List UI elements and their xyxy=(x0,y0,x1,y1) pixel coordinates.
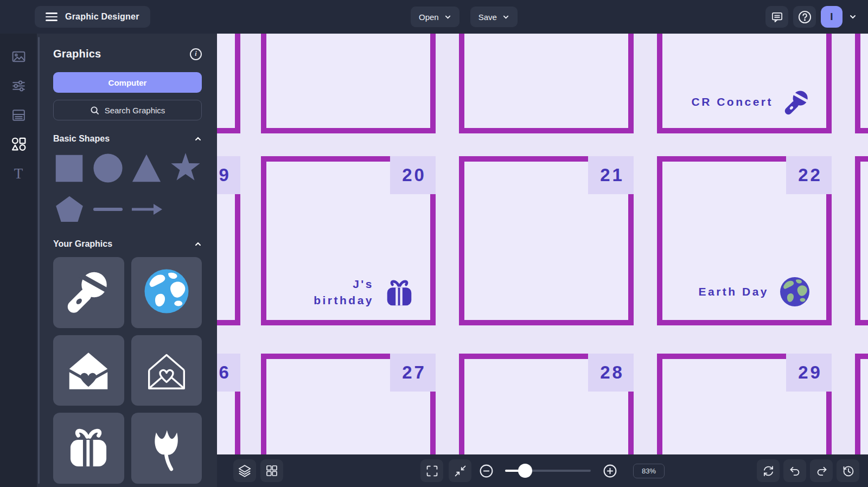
info-icon[interactable]: i xyxy=(190,48,202,60)
calendar-cell[interactable] xyxy=(855,156,868,325)
calendar-event[interactable]: CR Concert xyxy=(691,87,812,117)
graphic-tile-envelope-heart-filled[interactable] xyxy=(53,335,124,406)
shape-circle[interactable] xyxy=(92,152,124,184)
graphic-tile-microphone[interactable] xyxy=(53,257,124,328)
envelope-heart-filled-icon xyxy=(63,344,114,397)
calendar-cell-20[interactable]: 20J'sbirthday xyxy=(261,156,436,325)
calendar-cell-28[interactable]: 28 xyxy=(459,354,634,454)
basic-shapes-header[interactable]: Basic Shapes xyxy=(53,134,202,144)
app-menu-button[interactable]: Graphic Designer xyxy=(35,6,150,28)
layers-button[interactable] xyxy=(233,459,256,482)
image-icon xyxy=(11,49,27,65)
chat-icon xyxy=(770,10,784,24)
graphic-designer-app: Graphic Designer Open Save xyxy=(0,0,868,487)
shape-triangle[interactable] xyxy=(131,152,162,184)
zoom-percent: 83% xyxy=(633,464,665,478)
grid-icon xyxy=(265,464,278,477)
calendar-cell[interactable] xyxy=(217,34,240,133)
feedback-button[interactable] xyxy=(765,6,788,28)
calendar-cell-21[interactable]: 21 xyxy=(459,156,634,325)
event-gift-icon xyxy=(382,275,416,309)
fit-screen-button[interactable] xyxy=(449,459,471,482)
zoom-out-button[interactable] xyxy=(477,462,495,480)
top-right-actions: I xyxy=(765,6,858,28)
redo-button[interactable] xyxy=(810,459,833,482)
shape-star[interactable] xyxy=(169,152,202,184)
sidebar-item-images[interactable] xyxy=(8,47,29,66)
calendar-cell[interactable] xyxy=(855,34,868,133)
graphic-tile-gift-box[interactable] xyxy=(53,413,124,484)
event-microphone-icon xyxy=(782,87,812,117)
calendar-event[interactable]: Earth Day xyxy=(698,274,812,309)
date-badge[interactable]: 21 xyxy=(588,156,634,194)
shape-square[interactable] xyxy=(54,153,84,183)
gift-box-icon xyxy=(63,422,113,474)
zoom-out-icon xyxy=(478,463,494,479)
your-graphics-header[interactable]: Your Graphics xyxy=(53,239,202,249)
zoom-slider[interactable] xyxy=(505,464,591,478)
date-badge[interactable]: 28 xyxy=(588,354,634,392)
event-label: J'sbirthday xyxy=(314,276,374,309)
search-graphics-button[interactable]: Search Graphics xyxy=(53,100,202,120)
help-button[interactable] xyxy=(793,6,816,28)
calendar-cell[interactable] xyxy=(855,354,868,454)
undo-icon xyxy=(788,464,802,478)
help-icon xyxy=(797,10,812,24)
graphic-tile-tulip[interactable] xyxy=(131,413,202,484)
fullscreen-icon xyxy=(425,464,439,478)
calendar-cell-27[interactable]: 27 xyxy=(261,354,436,454)
zoom-slider-knob[interactable] xyxy=(518,464,532,478)
sidebar-item-adjustments[interactable] xyxy=(8,76,29,95)
avatar[interactable]: I xyxy=(821,6,843,28)
sliders-icon xyxy=(11,78,27,94)
top-bar: Graphic Designer Open Save xyxy=(0,0,868,34)
calendar-cell-29[interactable]: 29 xyxy=(657,354,832,454)
date-badge[interactable]: 26 xyxy=(217,354,240,392)
date-badge[interactable]: 27 xyxy=(390,354,436,392)
sidebar-item-text[interactable]: T xyxy=(8,164,29,183)
zoom-in-button[interactable] xyxy=(601,462,619,480)
calendar-cell-26[interactable]: 26 xyxy=(217,354,240,454)
calendar-cell[interactable] xyxy=(261,34,436,133)
date-badge[interactable]: 19 xyxy=(217,156,240,194)
calendar-cell-22[interactable]: 22Earth Day xyxy=(657,156,832,325)
grid-view-button[interactable] xyxy=(260,459,283,482)
fullscreen-button[interactable] xyxy=(420,459,443,482)
your-graphics-grid xyxy=(53,257,202,484)
undo-button[interactable] xyxy=(783,459,806,482)
microphone-icon xyxy=(62,265,114,319)
redo-icon xyxy=(815,464,828,478)
date-badge[interactable]: 22 xyxy=(786,156,832,194)
shapes-icon xyxy=(10,136,27,152)
app-title: Graphic Designer xyxy=(65,12,139,22)
sidebar-item-templates[interactable] xyxy=(8,105,29,125)
graphic-tile-envelope-heart-outline[interactable] xyxy=(131,335,202,406)
date-badge[interactable]: 29 xyxy=(786,354,832,392)
sync-icon xyxy=(762,464,775,478)
graphics-panel: Graphics i Computer Search Graphics Basi… xyxy=(37,34,217,487)
sync-button[interactable] xyxy=(757,459,780,482)
calendar-cell-19[interactable]: 19 xyxy=(217,156,240,325)
file-actions: Open Save xyxy=(411,7,518,27)
history-button[interactable] xyxy=(837,459,859,482)
computer-button[interactable]: Computer xyxy=(53,72,202,93)
tulip-icon xyxy=(141,421,192,475)
design-canvas[interactable]: CR Concert 1920J'sbirthday 2122Earth Day… xyxy=(217,34,868,454)
save-button[interactable]: Save xyxy=(470,7,518,27)
canvas-area: CR Concert 1920J'sbirthday 2122Earth Day… xyxy=(217,34,868,487)
date-badge[interactable]: 20 xyxy=(390,156,436,194)
calendar-cell[interactable] xyxy=(459,34,634,133)
shape-line[interactable] xyxy=(92,194,124,225)
shape-arrow[interactable] xyxy=(130,193,163,226)
envelope-heart-outline-icon xyxy=(141,344,192,397)
chevron-down-icon xyxy=(849,13,857,21)
hamburger-icon xyxy=(46,12,58,21)
sidebar-item-graphics[interactable] xyxy=(8,134,29,154)
calendar-event[interactable]: J'sbirthday xyxy=(314,275,416,309)
open-button[interactable]: Open xyxy=(411,7,459,27)
chevron-up-icon xyxy=(194,240,202,248)
calendar-cell[interactable]: CR Concert xyxy=(657,34,832,133)
graphic-tile-earth-globe[interactable] xyxy=(131,257,202,328)
account-menu-chevron[interactable] xyxy=(847,13,858,21)
shape-pentagon[interactable] xyxy=(54,194,85,225)
